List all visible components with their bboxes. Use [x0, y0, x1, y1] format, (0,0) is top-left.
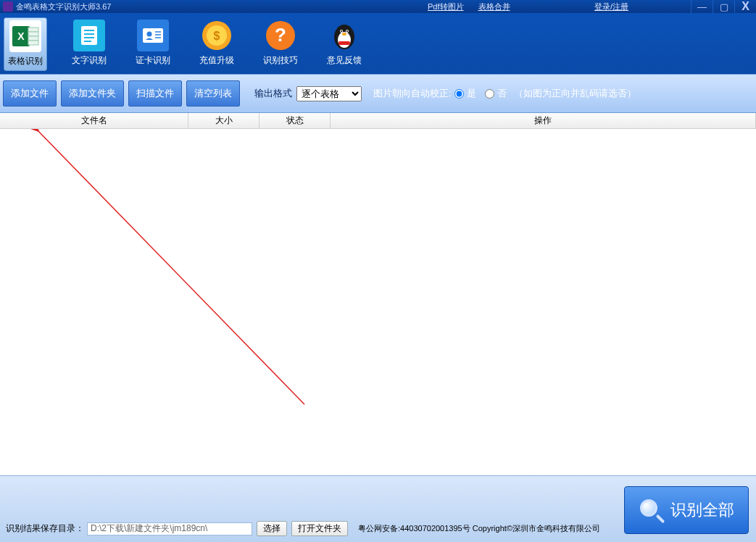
tool-card-recognize[interactable]: 证卡识别: [131, 17, 175, 70]
open-folder-button[interactable]: 打开文件夹: [291, 521, 348, 536]
coin-icon: $: [201, 20, 233, 51]
orient-yes-radio[interactable]: [454, 89, 464, 99]
add-file-button[interactable]: 添加文件: [3, 80, 57, 107]
table-body: [0, 129, 756, 470]
svg-rect-3: [28, 32, 38, 36]
app-title: 金鸣表格文字识别大师3.67: [16, 1, 111, 12]
close-button[interactable]: X: [734, 0, 756, 13]
svg-point-26: [346, 30, 348, 32]
svg-rect-28: [338, 41, 350, 45]
tool-label: 文字识别: [72, 54, 107, 67]
svg-rect-4: [28, 36, 38, 41]
svg-text:?: ?: [275, 24, 286, 46]
scan-file-button[interactable]: 扫描文件: [128, 80, 182, 107]
clear-list-button[interactable]: 清空列表: [186, 80, 240, 107]
col-status: 状态: [259, 113, 331, 128]
minimize-button[interactable]: —: [691, 0, 713, 13]
orient-yes-label: 是: [467, 87, 476, 100]
table-header: 文件名 大小 状态 操作: [0, 113, 756, 129]
document-icon: [73, 20, 105, 51]
link-login-register[interactable]: 登录/注册: [594, 2, 628, 11]
recognize-all-label: 识别全部: [670, 499, 734, 521]
col-filename: 文件名: [0, 113, 188, 128]
penguin-icon: [328, 20, 360, 51]
orient-no-label: 否: [497, 87, 507, 100]
orientation-correct-label: 图片朝向自动校正:: [373, 87, 452, 100]
svg-rect-2: [28, 28, 38, 32]
output-format-select[interactable]: 逐个表格: [296, 86, 362, 101]
main-toolbar: X 表格识别 文字识别: [0, 13, 756, 74]
orient-hint: （如图为正向并乱码请选否）: [514, 87, 636, 100]
tool-label: 充值升级: [199, 54, 234, 67]
save-dir-label: 识别结果保存目录：: [6, 522, 84, 535]
maximize-button[interactable]: ▢: [713, 0, 734, 13]
magnifier-icon: [639, 498, 663, 522]
svg-rect-5: [28, 41, 38, 45]
copyright-text: 粤公网安备:44030702001395号 Copyright©深圳市金鸣科技有…: [358, 523, 600, 534]
arrow-annotation: [29, 129, 333, 470]
svg-rect-6: [81, 26, 97, 45]
excel-icon: X: [9, 20, 41, 52]
action-bar: 添加文件 添加文件夹 扫描文件 清空列表 输出格式 逐个表格 图片朝向自动校正:…: [0, 74, 756, 113]
tool-text-recognize[interactable]: 文字识别: [67, 17, 111, 70]
tool-label: 证卡识别: [136, 54, 170, 67]
svg-text:X: X: [17, 30, 25, 42]
svg-point-25: [341, 30, 342, 32]
col-size: 大小: [188, 113, 259, 128]
titlebar-links: Pdf转图片 表格合并: [428, 1, 510, 12]
svg-text:$: $: [214, 30, 220, 42]
link-table-merge[interactable]: 表格合并: [478, 1, 510, 12]
bottom-bar: 识别全部 识别结果保存目录： 选择 打开文件夹 粤公网安备:4403070200…: [0, 475, 756, 542]
tool-feedback[interactable]: 意见反馈: [323, 17, 366, 70]
output-format-label: 输出格式: [254, 87, 292, 100]
svg-point-27: [342, 33, 346, 36]
svg-point-12: [147, 32, 152, 37]
question-icon: ?: [265, 20, 296, 51]
tool-label: 表格识别: [8, 55, 43, 67]
link-pdf-to-image[interactable]: Pdf转图片: [428, 1, 464, 12]
col-operation: 操作: [331, 113, 756, 128]
titlebar: 金鸣表格文字识别大师3.67 Pdf转图片 表格合并 登录/注册 — ▢ X: [0, 0, 756, 13]
app-icon: [3, 1, 13, 12]
svg-rect-11: [143, 28, 163, 43]
titlebar-login: 登录/注册: [594, 1, 628, 12]
id-card-icon: [137, 20, 169, 51]
add-folder-button[interactable]: 添加文件夹: [61, 80, 124, 107]
tool-recharge[interactable]: $ 充值升级: [195, 17, 238, 70]
window-controls: — ▢ X: [691, 0, 756, 13]
tool-label: 意见反馈: [327, 54, 362, 67]
bottom-inner: 识别结果保存目录： 选择 打开文件夹 粤公网安备:44030702001395号…: [6, 521, 750, 536]
tool-tips[interactable]: ? 识别技巧: [259, 17, 302, 70]
choose-dir-button[interactable]: 选择: [257, 521, 287, 536]
svg-line-29: [38, 130, 304, 404]
tool-table-recognize[interactable]: X 表格识别: [4, 17, 47, 71]
save-dir-input[interactable]: [87, 522, 252, 535]
orient-no-radio[interactable]: [485, 89, 494, 99]
tool-label: 识别技巧: [263, 54, 298, 67]
